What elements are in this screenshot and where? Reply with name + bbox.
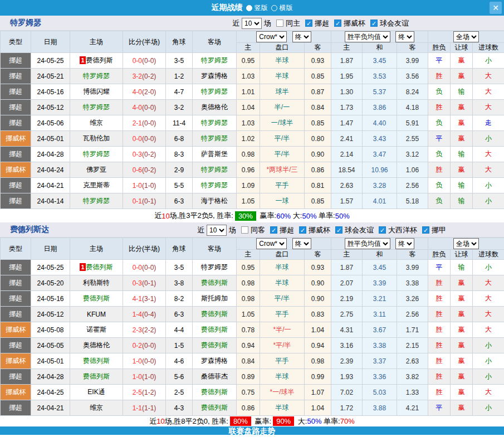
- handicap: 半球: [260, 369, 305, 385]
- summary-part: 70%: [340, 417, 355, 425]
- home-team-name: 克里斯蒂: [83, 181, 110, 189]
- col-type: 类型: [1, 238, 31, 260]
- checkbox-checked[interactable]: ✓: [299, 226, 306, 234]
- avg-odds-draw: 4.40: [363, 115, 397, 131]
- fulltime-score: 4-1: [133, 295, 142, 303]
- corners: 4-7: [166, 84, 193, 100]
- avg-odds-draw: 3.86: [363, 100, 397, 115]
- avg-odds-away: 3.82: [397, 369, 428, 385]
- vertical-radio-selected[interactable]: [246, 5, 252, 11]
- checkbox-checked[interactable]: ✓: [335, 226, 342, 234]
- match-result: 平: [428, 400, 451, 416]
- home-team: EIK通: [70, 385, 123, 400]
- handicap-result: 赢: [451, 322, 473, 338]
- checkbox-checked[interactable]: ✓: [305, 20, 312, 27]
- match-result: 胜: [428, 353, 451, 369]
- score: 0-6(0-2): [123, 162, 166, 178]
- match-row: 挪威杯24-04-24佛罗亚0-6(0-2)2-9特罗姆瑟0.96*两球半/三0…: [1, 162, 504, 178]
- odds-provider-select[interactable]: Crow*: [256, 31, 287, 42]
- scope-select[interactable]: 全场: [453, 238, 479, 249]
- subcol-goals: 进球数: [473, 250, 504, 260]
- summary-part: 10: [156, 417, 164, 425]
- match-date: 24-04-24: [31, 162, 70, 178]
- away-team: 特罗姆瑟: [193, 260, 237, 275]
- away-team-name: 费德列斯: [201, 310, 228, 318]
- avg-type-select[interactable]: 胜平负均值: [345, 238, 390, 249]
- score: 0-0(0-0): [123, 53, 166, 69]
- fulltime-score: 0-0: [133, 264, 142, 272]
- league-filter-label: 挪甲: [432, 225, 446, 235]
- checkbox-unchecked[interactable]: [276, 20, 283, 27]
- score: 1-0(0-0): [123, 353, 166, 369]
- checkbox-checked[interactable]: ✓: [270, 226, 277, 234]
- league-filter-label: 挪威杯: [309, 225, 330, 235]
- home-water: 1.03: [237, 69, 260, 84]
- checkbox-checked[interactable]: ✓: [370, 20, 378, 27]
- score: 0-1(0-1): [123, 193, 166, 209]
- away-team: 特罗姆瑟: [193, 131, 237, 147]
- odds-time-select[interactable]: 终: [292, 31, 311, 42]
- goals-result: 小: [473, 369, 504, 385]
- summary-part: 单率:: [316, 211, 335, 221]
- summary-part: 单率:: [321, 416, 340, 426]
- away-water: 0.93: [305, 53, 331, 69]
- avg-time-select[interactable]: 终: [395, 238, 414, 249]
- summary-part: 60%: [276, 212, 291, 220]
- home-water: 0.78: [237, 322, 260, 338]
- close-button[interactable]: ✕: [490, 2, 502, 14]
- checkbox-checked[interactable]: ✓: [379, 226, 386, 234]
- fulltime-score: 1-1: [133, 404, 142, 412]
- checkbox-unchecked[interactable]: [241, 226, 248, 234]
- league-type: 挪超: [1, 84, 31, 100]
- avg-odds-draw: 3.45: [363, 260, 397, 275]
- handicap: *平/半: [260, 338, 305, 353]
- league-type: 挪超: [1, 338, 31, 353]
- checkbox-checked[interactable]: ✓: [422, 226, 429, 234]
- halftime-score: (2-0): [142, 88, 156, 96]
- handicap: 平/半: [260, 147, 305, 162]
- odds-provider-select[interactable]: Crow*: [256, 238, 287, 249]
- home-team-name: 瓦勒伦加: [83, 134, 110, 142]
- halftime-score: (0-1): [142, 279, 156, 287]
- rank-badge: 1: [80, 56, 85, 64]
- handicap: 半球: [260, 275, 305, 291]
- subcol-odds-home: 主: [237, 250, 260, 260]
- goals-result: 小: [473, 193, 504, 209]
- avg-odds-draw: 3.88: [363, 400, 397, 416]
- fulltime-score: 0-3: [133, 279, 142, 287]
- record-summary-1: 近10场,胜3平2负5, 胜率:30% 赢率:60% 大:50% 单率:50%: [0, 209, 504, 222]
- match-result: 胜: [428, 69, 451, 84]
- away-water: 0.84: [305, 100, 331, 115]
- fulltime-score: 3-2: [133, 72, 142, 80]
- match-count-select[interactable]: 10: [207, 225, 227, 236]
- col-score: 比分(半场): [123, 31, 166, 53]
- league-type: 挪超: [1, 260, 31, 275]
- odds-time-select[interactable]: 终: [292, 238, 311, 249]
- halftime-score: (1-0): [142, 182, 156, 190]
- goals-result: 大: [473, 69, 504, 84]
- league-type: 挪超: [1, 369, 31, 385]
- match-count-select[interactable]: 10: [242, 18, 262, 29]
- horizontal-radio-label[interactable]: 横版: [280, 3, 293, 13]
- fulltime-score: 0-0: [133, 135, 142, 143]
- home-team: 克里斯蒂: [70, 178, 123, 193]
- avg-odds-draw: 3.37: [363, 353, 397, 369]
- horizontal-radio[interactable]: [271, 5, 277, 11]
- avg-odds-away: 2.56: [397, 178, 428, 193]
- avg-odds-away: 3.12: [397, 147, 428, 162]
- corners: 3-5: [166, 260, 193, 275]
- checkbox-checked[interactable]: ✓: [334, 20, 341, 27]
- avg-odds-draw: 3.47: [363, 147, 397, 162]
- halftime-score: (0-2): [142, 166, 156, 174]
- handicap-result: 赢: [451, 385, 473, 400]
- match-row: 挪超24-05-251费德列斯0-0(0-0)3-5特罗姆瑟0.95半球0.93…: [1, 53, 504, 69]
- league-filter-label: 球会友谊: [380, 18, 409, 28]
- avg-time-select[interactable]: 终: [395, 31, 414, 42]
- match-row: 挪超24-05-12特罗姆瑟4-0(0-0)3-2奥德格伦1.04半/一0.84…: [1, 100, 504, 115]
- avg-type-select[interactable]: 胜平负均值: [345, 31, 390, 42]
- halftime-score: (0-0): [142, 104, 156, 112]
- vertical-radio-label[interactable]: 竖版: [255, 3, 268, 13]
- match-date: 24-04-21: [31, 178, 70, 193]
- scope-select[interactable]: 全场: [453, 31, 479, 42]
- home-team: 奥德格伦: [70, 338, 123, 353]
